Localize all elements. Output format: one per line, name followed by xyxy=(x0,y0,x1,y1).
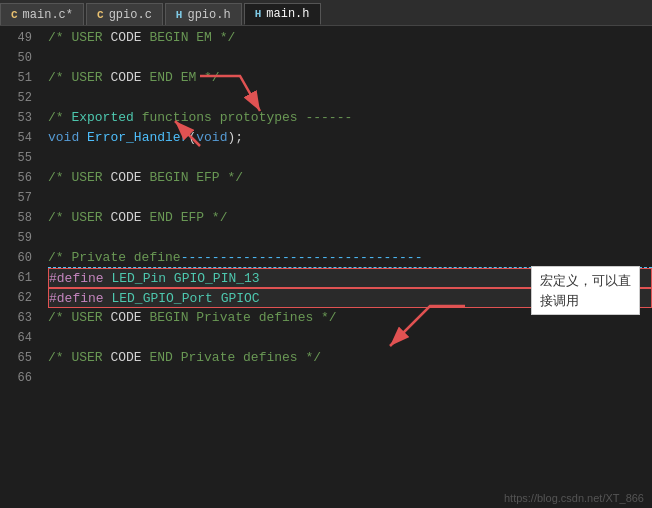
code-line-64 xyxy=(48,328,652,348)
line-54: 54 xyxy=(0,128,32,148)
code-line-51: /* USER CODE END EM */ xyxy=(48,68,652,88)
tab-bar: C main.c* C gpio.c H gpio.h H main.h xyxy=(0,0,652,26)
tab-h-icon2: H xyxy=(255,8,262,20)
line-62: 62 xyxy=(0,288,32,308)
tab-main-c-label: main.c* xyxy=(23,8,73,22)
code-line-52 xyxy=(48,88,652,108)
code-line-54: void Error_Handler(void); xyxy=(48,128,652,148)
code-line-65: /* USER CODE END Private defines */ xyxy=(48,348,652,368)
line-57: 57 xyxy=(0,188,32,208)
line-61: 61 xyxy=(0,268,32,288)
line-56: 56 xyxy=(0,168,32,188)
tab-gpio-c-label: gpio.c xyxy=(109,8,152,22)
tab-main-h-label: main.h xyxy=(266,7,309,21)
code-line-55 xyxy=(48,148,652,168)
line-50: 50 xyxy=(0,48,32,68)
code-line-50 xyxy=(48,48,652,68)
code-line-53: /* Exported functions prototypes ------ xyxy=(48,108,652,128)
line-numbers: 49 50 51 52 53 54 55 56 57 58 59 60 61 6… xyxy=(0,26,40,508)
tab-gpio-h[interactable]: H gpio.h xyxy=(165,3,242,25)
code-line-56: /* USER CODE BEGIN EFP */ xyxy=(48,168,652,188)
annotation-line1: 宏定义，可以直 xyxy=(540,271,631,291)
line-58: 58 xyxy=(0,208,32,228)
line-63: 63 xyxy=(0,308,32,328)
line-64: 64 xyxy=(0,328,32,348)
tab-h-icon: H xyxy=(176,9,183,21)
line-49: 49 xyxy=(0,28,32,48)
tab-c-icon2: C xyxy=(97,9,104,21)
line-59: 59 xyxy=(0,228,32,248)
code-line-60: /* Private define-----------------------… xyxy=(48,248,652,268)
line-65: 65 xyxy=(0,348,32,368)
code-area: 49 50 51 52 53 54 55 56 57 58 59 60 61 6… xyxy=(0,26,652,508)
code-line-66 xyxy=(48,368,652,388)
watermark: https://blog.csdn.net/XT_866 xyxy=(504,492,644,504)
tab-gpio-h-label: gpio.h xyxy=(187,8,230,22)
code-line-58: /* USER CODE END EFP */ xyxy=(48,208,652,228)
tab-main-c[interactable]: C main.c* xyxy=(0,3,84,25)
annotation-line2: 接调用 xyxy=(540,291,631,311)
line-66: 66 xyxy=(0,368,32,388)
code-line-49: /* USER CODE BEGIN EM */ xyxy=(48,28,652,48)
tab-c-icon: C xyxy=(11,9,18,21)
code-line-59 xyxy=(48,228,652,248)
tab-gpio-c[interactable]: C gpio.c xyxy=(86,3,163,25)
line-52: 52 xyxy=(0,88,32,108)
tab-main-h[interactable]: H main.h xyxy=(244,3,321,25)
line-60: 60 xyxy=(0,248,32,268)
line-53: 53 xyxy=(0,108,32,128)
line-55: 55 xyxy=(0,148,32,168)
line-51: 51 xyxy=(0,68,32,88)
code-line-57 xyxy=(48,188,652,208)
annotation-box: 宏定义，可以直 接调用 xyxy=(531,266,640,315)
